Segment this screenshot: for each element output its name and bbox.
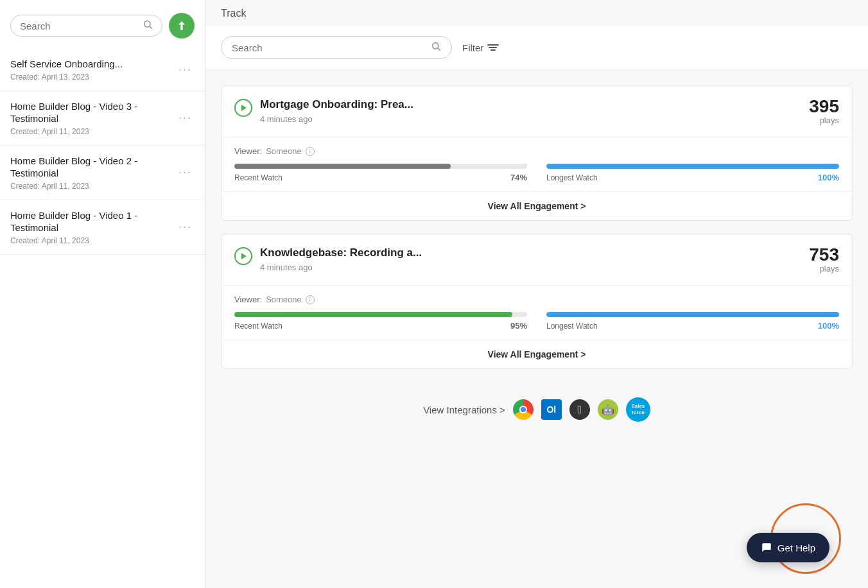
integrations-label-text: View Integrations > xyxy=(423,404,505,415)
view-all-engagement-button[interactable]: View All Engagement > xyxy=(221,192,852,220)
main-header: Track xyxy=(205,0,868,26)
sidebar-item-date: Created: April 11, 2023 xyxy=(10,127,176,136)
get-help-button[interactable]: Get Help xyxy=(747,533,829,562)
apple-label:  xyxy=(578,403,582,417)
viewer-row: Viewer: Someone i xyxy=(234,295,839,304)
recent-watch-item: Recent Watch 74% xyxy=(234,164,527,182)
longest-watch-bar-wrap xyxy=(546,312,839,317)
recent-watch-label: Recent Watch xyxy=(234,322,282,331)
card-footer: View All Engagement > xyxy=(221,340,852,368)
android-integration-icon[interactable]: 🤖 xyxy=(598,399,618,420)
sidebar-search-icon xyxy=(143,19,153,32)
viewer-label: Viewer: xyxy=(234,146,262,156)
play-triangle xyxy=(241,105,247,111)
main-search-icon xyxy=(431,41,441,54)
viewer-label: Viewer: xyxy=(234,295,262,304)
info-icon[interactable]: i xyxy=(306,295,315,304)
viewer-name: Someone xyxy=(266,146,302,156)
cards-area: Mortgage Onboarding: Prea... 4 minutes a… xyxy=(205,70,868,385)
filter-icon xyxy=(487,44,499,51)
longest-watch-label: Longest Watch xyxy=(546,173,598,182)
outlook-integration-icon[interactable]: Ol xyxy=(541,399,562,420)
upload-button[interactable] xyxy=(169,13,195,39)
view-integrations-link[interactable]: View Integrations > xyxy=(423,404,505,415)
longest-watch-item: Longest Watch 100% xyxy=(546,312,839,331)
viewer-row: Viewer: Someone i xyxy=(234,146,839,156)
sidebar-item-title: Self Service Onboarding... xyxy=(10,58,176,71)
main-search-input[interactable] xyxy=(232,42,427,53)
longest-watch-pct: 100% xyxy=(818,173,839,182)
salesforce-label: Salesforce xyxy=(631,403,645,415)
three-dots-menu[interactable]: ··· xyxy=(176,60,195,79)
list-item[interactable]: Self Service Onboarding... Created: Apri… xyxy=(0,49,205,91)
play-icon[interactable] xyxy=(234,99,252,117)
filter-button[interactable]: Filter xyxy=(462,42,499,53)
recent-watch-pct: 74% xyxy=(510,173,527,182)
play-triangle xyxy=(241,253,247,259)
list-item[interactable]: Home Builder Blog - Video 2 - Testimonia… xyxy=(0,146,205,200)
three-dots-menu[interactable]: ··· xyxy=(176,163,195,182)
sidebar-item-date: Created: April 13, 2023 xyxy=(10,73,176,82)
card-title-area: Mortgage Onboarding: Prea... 4 minutes a… xyxy=(260,98,809,124)
three-dots-menu[interactable]: ··· xyxy=(176,218,195,236)
three-dots-menu[interactable]: ··· xyxy=(176,108,195,127)
list-item[interactable]: Home Builder Blog - Video 3 - Testimonia… xyxy=(0,91,205,146)
integrations-row: View Integrations > Ol  🤖 Salesforce xyxy=(205,385,868,435)
sidebar-search-box[interactable] xyxy=(10,15,162,37)
video-card: Knowledgebase: Recording a... 4 minutes … xyxy=(221,234,853,369)
view-all-engagement-button[interactable]: View All Engagement > xyxy=(221,340,852,368)
card-left: Knowledgebase: Recording a... 4 minutes … xyxy=(234,246,809,272)
sidebar-item-info: Home Builder Blog - Video 2 - Testimonia… xyxy=(10,155,176,191)
card-stats: Viewer: Someone i Recent Watch 95% xyxy=(221,286,852,340)
svg-line-3 xyxy=(438,48,440,51)
sidebar-item-title: Home Builder Blog - Video 2 - Testimonia… xyxy=(10,155,176,180)
card-footer: View All Engagement > xyxy=(221,191,852,220)
recent-watch-bar-wrap xyxy=(234,164,527,169)
longest-watch-label-row: Longest Watch 100% xyxy=(546,321,839,331)
sidebar: Self Service Onboarding... Created: Apri… xyxy=(0,0,205,588)
sidebar-item-info: Self Service Onboarding... Created: Apri… xyxy=(10,58,176,82)
longest-watch-label: Longest Watch xyxy=(546,322,598,331)
svg-point-2 xyxy=(433,43,438,49)
sidebar-item-title: Home Builder Blog - Video 1 - Testimonia… xyxy=(10,209,176,234)
sidebar-item-info: Home Builder Blog - Video 3 - Testimonia… xyxy=(10,100,176,136)
longest-watch-item: Longest Watch 100% xyxy=(546,164,839,182)
card-title: Knowledgebase: Recording a... xyxy=(260,246,809,260)
longest-watch-label-row: Longest Watch 100% xyxy=(546,173,839,182)
recent-watch-label-row: Recent Watch 74% xyxy=(234,173,527,182)
recent-watch-bar-wrap xyxy=(234,312,527,317)
main-search-box[interactable] xyxy=(221,36,452,59)
salesforce-integration-icon[interactable]: Salesforce xyxy=(626,397,650,422)
longest-watch-bar xyxy=(546,164,839,169)
play-icon[interactable] xyxy=(234,247,252,265)
viewer-name: Someone xyxy=(266,295,302,304)
apple-integration-icon[interactable]:  xyxy=(569,399,590,420)
longest-watch-bar-wrap xyxy=(546,164,839,169)
chrome-integration-icon[interactable] xyxy=(513,399,534,420)
list-item[interactable]: Home Builder Blog - Video 1 - Testimonia… xyxy=(0,200,205,255)
card-plays: 395 plays xyxy=(809,98,839,125)
sidebar-item-info: Home Builder Blog - Video 1 - Testimonia… xyxy=(10,209,176,245)
recent-watch-item: Recent Watch 95% xyxy=(234,312,527,331)
sidebar-item-date: Created: April 11, 2023 xyxy=(10,182,176,191)
android-label: 🤖 xyxy=(602,404,614,416)
get-help-label: Get Help xyxy=(777,542,815,553)
plays-number: 753 xyxy=(809,246,839,264)
video-card: Mortgage Onboarding: Prea... 4 minutes a… xyxy=(221,85,853,221)
card-plays: 753 plays xyxy=(809,246,839,273)
progress-grid: Recent Watch 95% Longest Watch 100% xyxy=(234,312,839,331)
card-time: 4 minutes ago xyxy=(260,263,809,272)
recent-watch-bar xyxy=(234,164,451,169)
card-stats: Viewer: Someone i Recent Watch 74% xyxy=(221,137,852,191)
progress-grid: Recent Watch 74% Longest Watch 100% xyxy=(234,164,839,182)
info-icon[interactable]: i xyxy=(306,147,315,156)
sidebar-item-date: Created: April 11, 2023 xyxy=(10,236,176,245)
page-title: Track xyxy=(221,8,853,19)
sidebar-header xyxy=(0,13,205,49)
card-top: Knowledgebase: Recording a... 4 minutes … xyxy=(221,234,852,286)
outlook-label: Ol xyxy=(546,404,556,415)
card-top: Mortgage Onboarding: Prea... 4 minutes a… xyxy=(221,86,852,137)
card-title-area: Knowledgebase: Recording a... 4 minutes … xyxy=(260,246,809,272)
sidebar-search-input[interactable] xyxy=(20,21,139,31)
recent-watch-label: Recent Watch xyxy=(234,173,282,182)
